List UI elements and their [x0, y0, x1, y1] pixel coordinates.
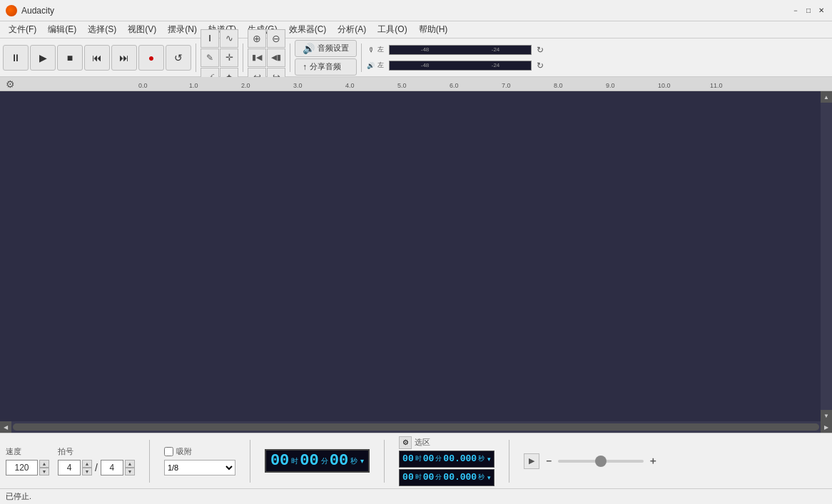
zoom-out-btn[interactable]: ⊖	[267, 29, 285, 48]
prev-button[interactable]: ⏮	[84, 45, 110, 71]
rec-left-label: 左	[377, 45, 386, 54]
cursor-tool[interactable]: I	[201, 29, 219, 48]
separator-bottom-2	[250, 440, 250, 483]
separator-2	[243, 43, 243, 72]
play-icon-vu: 🔊	[366, 62, 375, 69]
zoom-in-btn[interactable]: ⊕	[248, 29, 266, 48]
play-button[interactable]: ▶	[30, 45, 56, 71]
sel-h2: 00	[402, 472, 414, 483]
stop-button[interactable]: ■	[57, 45, 83, 71]
recording-left-meter: -48 -24	[389, 45, 532, 55]
separator-4	[361, 43, 362, 72]
beat-den-spinners: ▲ ▼	[125, 460, 135, 475]
snap-checkbox[interactable]	[164, 447, 173, 456]
time-dropdown-btn[interactable]: ▾	[360, 457, 364, 465]
menu-effects[interactable]: 效果器(C)	[283, 21, 333, 38]
time-seconds-label: 秒	[350, 456, 357, 466]
speed-up-btn[interactable]: ▲	[39, 460, 49, 468]
beat-den-down-btn[interactable]: ▼	[125, 468, 135, 475]
vu-scale-2: -48 -24	[390, 62, 531, 68]
sel-m2: 00	[423, 472, 435, 483]
ruler-mark-7: 7.0	[502, 82, 554, 89]
close-button[interactable]: ✕	[816, 6, 826, 16]
menu-tools[interactable]: 工具(O)	[372, 21, 412, 38]
ruler-settings-icon[interactable]: ⚙	[3, 77, 17, 91]
minimize-button[interactable]: －	[791, 6, 801, 16]
scroll-down-arrow[interactable]: ▼	[821, 410, 832, 421]
separator-1	[196, 43, 196, 72]
envelope-tool[interactable]: ∿	[220, 29, 238, 48]
next-button[interactable]: ⏭	[111, 45, 137, 71]
menu-view[interactable]: 视图(V)	[122, 21, 162, 38]
audio-settings-label: 音频设置	[318, 43, 349, 53]
loop-button[interactable]: ↺	[166, 45, 191, 71]
recording-vu-row: 🎙 左 -48 -24 ↻	[366, 43, 546, 57]
snap-label: 吸附	[176, 446, 192, 457]
zoom-sel-btn[interactable]: ▮◀	[248, 48, 266, 67]
slider-plus-icon[interactable]: ＋	[648, 455, 658, 468]
horizontal-scrollbar[interactable]: ◀ ▶	[0, 421, 832, 433]
zoom-fit-btn[interactable]: ◀▮	[267, 48, 285, 67]
menu-select[interactable]: 选择(S)	[82, 21, 122, 38]
play-vu-refresh[interactable]: ↻	[534, 60, 546, 71]
play-left-label: 左	[377, 61, 386, 70]
ruler-mark-1: 1.0	[189, 82, 241, 89]
sel-dropdown-1[interactable]: ▾	[487, 456, 491, 463]
slider-thumb[interactable]	[595, 456, 607, 467]
menu-file[interactable]: 文件(F)	[3, 21, 42, 38]
slider-minus-icon[interactable]: －	[544, 455, 554, 468]
rec-vu-refresh[interactable]: ↻	[534, 44, 546, 56]
scroll-h-track[interactable]	[13, 423, 819, 431]
snap-select[interactable]: 1/8 1/4 1/2 1	[164, 460, 235, 475]
vertical-scrollbar[interactable]: ▲ ▼	[821, 91, 832, 421]
menu-edit[interactable]: 编辑(E)	[42, 21, 82, 38]
time-hours-label: 时	[291, 456, 298, 466]
share-audio-button[interactable]: ↑ 分享音频	[295, 58, 357, 76]
playback-sub-btn[interactable]: ▶	[524, 453, 539, 469]
beat-den-up-btn[interactable]: ▲	[125, 460, 135, 468]
sel-time-display-1: 00 时 00 分 00.000 秒 ▾	[399, 451, 494, 468]
speed-input[interactable]	[6, 460, 38, 475]
track-content[interactable]	[0, 91, 821, 421]
playback-speed-group: ▶ － ＋	[524, 453, 658, 469]
ruler-mark-4: 4.0	[345, 82, 397, 89]
audio-settings-button[interactable]: 🔊 音频设置	[295, 40, 357, 57]
ruler-mark-3: 3.0	[293, 82, 345, 89]
bottom-bar: 速度 ▲ ▼ 拍号 ▲ ▼ / ▲ ▼	[0, 433, 832, 488]
multi-tool[interactable]: ✛	[220, 48, 238, 67]
rec-icon: 🎙	[366, 46, 375, 53]
speaker-icon: 🔊	[303, 43, 315, 54]
ruler-mark-5: 5.0	[397, 82, 450, 89]
audio-btn-group: 🔊 音频设置 ↑ 分享音频	[295, 40, 357, 76]
scroll-right-arrow[interactable]: ▶	[821, 421, 832, 433]
beat-den-input[interactable]	[101, 460, 123, 475]
sel-settings-btn[interactable]: ⚙	[399, 436, 412, 449]
maximize-button[interactable]: □	[803, 6, 813, 16]
vu-meters: 🎙 左 -48 -24 ↻ 🔊 左 -48 -24 ↻	[366, 43, 546, 73]
speed-spinners: ▲ ▼	[39, 460, 49, 475]
menu-analyze[interactable]: 分析(A)	[332, 21, 372, 38]
speed-slider[interactable]	[558, 460, 644, 463]
menu-help[interactable]: 帮助(H)	[413, 21, 454, 38]
time-seconds: 00	[330, 452, 348, 470]
scroll-left-arrow[interactable]: ◀	[0, 421, 11, 433]
sel-s1-label: 秒	[478, 454, 485, 463]
record-button[interactable]: ●	[138, 45, 164, 71]
scroll-up-arrow[interactable]: ▲	[821, 91, 832, 103]
menu-record[interactable]: 摆录(N)	[162, 21, 203, 38]
ruler-mark-2: 2.0	[241, 82, 293, 89]
beat-group: 拍号 ▲ ▼ / ▲ ▼	[58, 446, 135, 475]
beat-num-input[interactable]	[58, 460, 81, 475]
pause-button[interactable]: ⏸	[3, 45, 29, 71]
playback-vu-row: 🔊 左 -48 -24 ↻	[366, 58, 546, 73]
ruler-mark-11: 11.0	[710, 82, 762, 89]
beat-num-down-btn[interactable]: ▼	[82, 468, 92, 475]
draw-tool[interactable]: ✎	[201, 48, 219, 67]
sel-m1: 00	[423, 453, 435, 464]
sel-dropdown-2[interactable]: ▾	[487, 474, 491, 481]
selection-group: ⚙ 选区 00 时 00 分 00.000 秒 ▾ 00 时 00 分 00.0…	[399, 436, 494, 486]
playback-left-meter: -48 -24	[389, 61, 532, 71]
track-area: ▲ ▼	[0, 91, 832, 421]
beat-num-up-btn[interactable]: ▲	[82, 460, 92, 468]
speed-down-btn[interactable]: ▼	[39, 468, 49, 475]
